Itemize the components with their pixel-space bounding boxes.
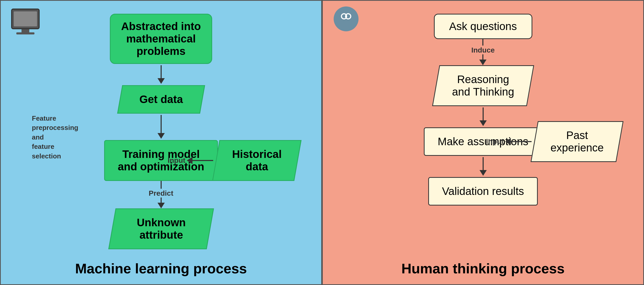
arrow-head-left bbox=[187, 157, 192, 164]
induce-label: Induce bbox=[471, 46, 495, 54]
right-row-2: Reasoning and Thinking bbox=[331, 65, 635, 106]
right-row-4: Validation results bbox=[331, 177, 635, 206]
arrow-head bbox=[158, 203, 165, 208]
arrow-line bbox=[482, 54, 483, 60]
arrow-head bbox=[158, 78, 165, 84]
past-experience-side: Input Past experience bbox=[486, 121, 620, 162]
box-reasoning: Reasoning and Thinking bbox=[432, 65, 534, 106]
box-get-data: Get data bbox=[117, 85, 205, 114]
arrow-line bbox=[161, 65, 162, 78]
input-label-right: Input bbox=[486, 137, 504, 146]
arrow-head bbox=[479, 60, 486, 65]
arrow-line bbox=[482, 39, 483, 46]
left-panel-title: Machine learning process bbox=[75, 255, 247, 276]
arrow-head bbox=[480, 170, 487, 176]
right-panel-title: Human thinking process bbox=[401, 255, 564, 276]
arrow-2-3-area: Feature preprocessing and feature select… bbox=[9, 114, 313, 140]
arrow-line bbox=[161, 198, 162, 203]
arrow-3-4-area: Predict bbox=[149, 181, 173, 208]
historical-data-side: Input Historical data bbox=[168, 140, 298, 181]
left-row-3: Training model and optimization Input Hi… bbox=[9, 140, 313, 181]
right-flow-container: Ask questions Induce Reasoning and Think… bbox=[331, 14, 635, 255]
box-validation-results: Validation results bbox=[428, 177, 538, 206]
arrow-1-2 bbox=[158, 65, 165, 84]
arrow-r-1-2-area: Induce bbox=[471, 39, 495, 65]
arrow-past-experience bbox=[505, 138, 532, 145]
arrow-head-left bbox=[505, 138, 511, 145]
arrow-line bbox=[161, 115, 162, 133]
left-row-1: Abstracted into mathematical problems bbox=[9, 14, 313, 64]
box-ask-questions: Ask questions bbox=[434, 14, 532, 39]
input-label-left: Input bbox=[168, 156, 185, 165]
arrow-r-3-4 bbox=[480, 157, 487, 176]
arrow-line-h bbox=[192, 160, 213, 161]
arrow-line bbox=[483, 107, 484, 120]
arrow-line bbox=[483, 157, 484, 170]
arrow-2-3 bbox=[158, 115, 165, 139]
arrow-r-2-3 bbox=[480, 107, 487, 126]
box-abstracted: Abstracted into mathematical problems bbox=[110, 14, 212, 64]
left-row-4: Unknown attribute bbox=[9, 208, 313, 249]
right-row-3: Make assumptions Input Past experience bbox=[331, 127, 635, 156]
arrow-head bbox=[480, 120, 487, 126]
right-row-1: Ask questions bbox=[331, 14, 635, 39]
arrow-head bbox=[158, 133, 165, 139]
right-panel: Ask questions Induce Reasoning and Think… bbox=[322, 0, 644, 285]
arrow-line bbox=[161, 181, 162, 189]
arrow-historical bbox=[187, 157, 213, 164]
left-panel: Abstracted into mathematical problems Ge… bbox=[0, 0, 322, 285]
predict-label: Predict bbox=[149, 189, 173, 198]
box-past-experience: Past experience bbox=[531, 121, 624, 162]
left-row-2: Get data bbox=[9, 85, 313, 114]
left-flow-container: Abstracted into mathematical problems Ge… bbox=[9, 14, 313, 255]
box-historical-data: Historical data bbox=[212, 140, 302, 181]
arrow-line-h bbox=[511, 141, 532, 142]
box-unknown-attribute: Unknown attribute bbox=[108, 208, 214, 249]
